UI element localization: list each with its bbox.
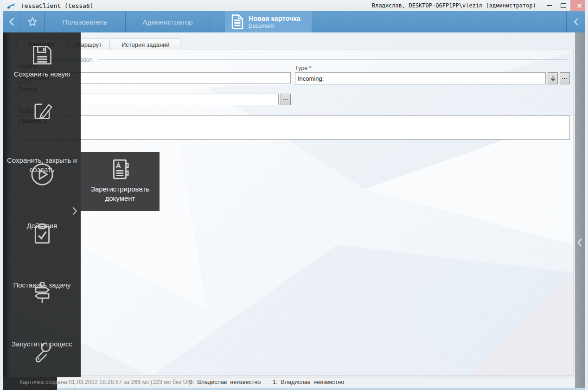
main-toolbar: Пользователь Администратор Новая карточк… xyxy=(3,11,585,32)
side-menu-save-new-button[interactable]: Сохранить новую xyxy=(3,42,81,92)
star-icon xyxy=(26,16,38,28)
chevron-left-icon xyxy=(576,237,583,248)
arrow-down-icon xyxy=(550,75,556,82)
maximize-icon xyxy=(561,3,566,8)
partner-browse-button[interactable]: ... xyxy=(281,94,291,105)
favorites-button[interactable] xyxy=(20,11,44,32)
card-tab-label: История заданий xyxy=(121,41,170,48)
toolbar-tab-label: Пользователь xyxy=(62,18,107,26)
save-icon xyxy=(30,43,55,70)
subject-textarea[interactable]: Subject 1 xyxy=(19,115,570,140)
close-icon xyxy=(577,3,582,8)
window-left-border xyxy=(0,0,3,390)
actions-play-icon xyxy=(29,161,55,189)
chevron-left-icon xyxy=(8,17,15,27)
actions-flyout: Зарегистрировать документ xyxy=(81,152,160,211)
tessa-logo-icon xyxy=(6,2,16,9)
type-label: Type * xyxy=(295,65,311,71)
chevron-right-icon xyxy=(71,206,78,216)
toolbar-divider xyxy=(210,11,210,32)
active-tab-subtitle: Document xyxy=(249,23,300,29)
document-icon xyxy=(231,14,243,29)
maximize-button[interactable] xyxy=(556,0,570,11)
window-right-border xyxy=(585,0,588,390)
expand-right-panel-button[interactable] xyxy=(576,237,583,248)
status-entry: 0: Владислав неизвестно xyxy=(189,379,261,385)
card-tab-task-history[interactable]: История заданий xyxy=(111,38,180,50)
task-clipboard-icon xyxy=(30,221,55,248)
card-created-status: Карточка создана 01.03.2022 18:28:57 за … xyxy=(19,379,191,385)
logged-in-user: Владислав, DESKTOP-Q6FP1PP\vlezin (админ… xyxy=(372,2,536,9)
toolbar-tab-label: Администратор xyxy=(142,18,192,26)
type-dropdown-button[interactable] xyxy=(548,72,558,84)
active-tab-text: Новая карточка Document xyxy=(249,14,300,29)
other-wrench-icon xyxy=(30,339,55,366)
toolbar-tab-admin[interactable]: Администратор xyxy=(126,11,210,32)
register-document-button[interactable]: Зарегистрировать документ xyxy=(81,152,160,211)
toolbar-tab-user[interactable]: Пользователь xyxy=(45,11,125,32)
toolbar-collapse-left-button[interactable] xyxy=(567,11,585,32)
toolbar-back-button[interactable] xyxy=(3,11,20,32)
group-caption-line xyxy=(98,59,569,60)
toolbar-tab-new-card[interactable]: Новая карточка Document xyxy=(225,11,312,32)
process-signpost-icon xyxy=(30,280,55,307)
window-title: TessaClient (tessa6) xyxy=(21,2,94,9)
minimize-icon xyxy=(547,5,552,6)
minimize-button[interactable] xyxy=(543,0,556,11)
window-bottom-border xyxy=(0,388,588,390)
register-document-icon xyxy=(109,158,132,183)
tessa-client-window: TessaClient (tessa6) Владислав, DESKTOP-… xyxy=(0,0,588,390)
side-menu-item-label: Сохранить новую xyxy=(5,70,79,79)
title-bar: TessaClient (tessa6) Владислав, DESKTOP-… xyxy=(0,0,588,11)
side-menu-overlay: Сохранить новую Сохранить, закрыть и соз… xyxy=(3,32,81,377)
type-input[interactable] xyxy=(295,72,546,84)
right-panel-bar xyxy=(575,32,585,388)
save-close-create-icon xyxy=(30,98,55,125)
status-entry: 1: Владислав неизвестно xyxy=(273,379,344,385)
active-tab-title: Новая карточка xyxy=(249,14,300,23)
type-browse-button[interactable]: ... xyxy=(560,72,570,84)
flyout-item-label: Зарегистрировать документ xyxy=(82,185,159,203)
chevron-left-icon xyxy=(573,17,579,26)
